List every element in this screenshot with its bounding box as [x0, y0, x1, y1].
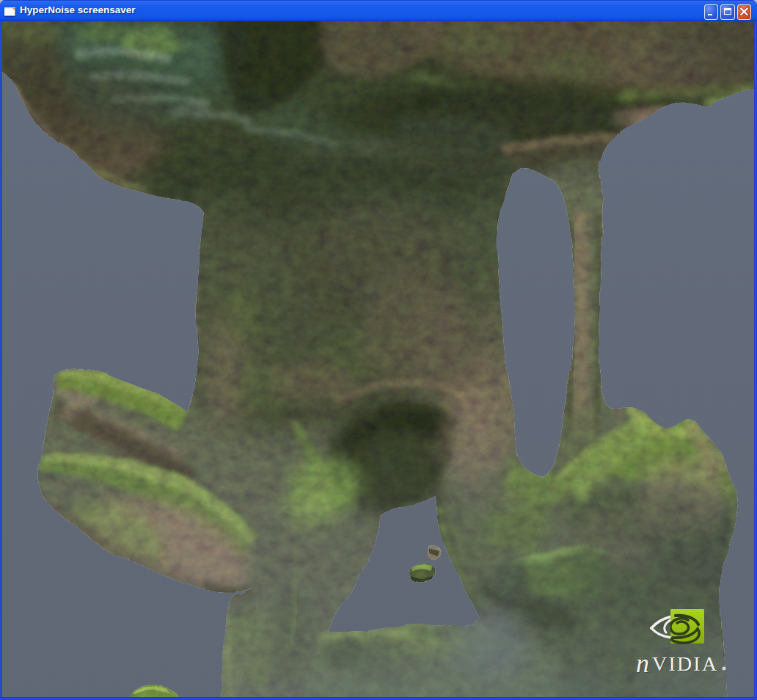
svg-text:VIDIA: VIDIA [652, 652, 718, 675]
svg-text:n: n [636, 649, 649, 678]
